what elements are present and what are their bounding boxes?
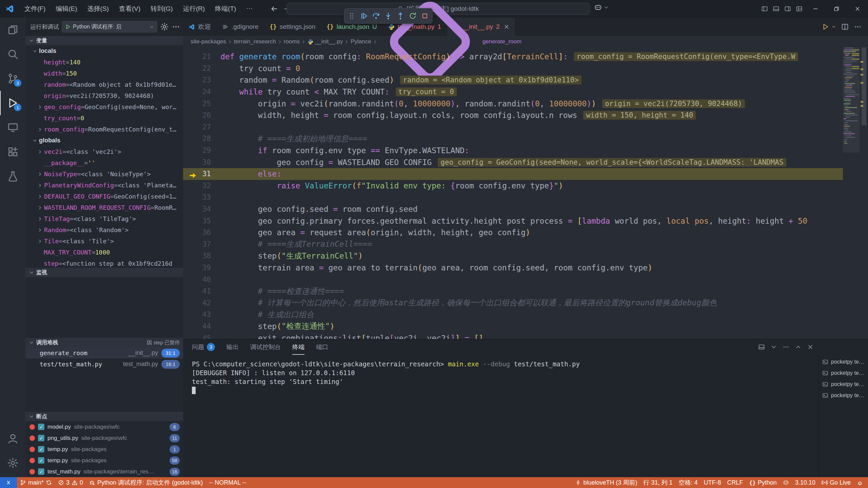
toggle-panel[interactable] [771, 3, 782, 14]
stack-frame[interactable]: generate_room__init__.py31:1 [25, 347, 183, 359]
panel-tab-端口[interactable]: 端口 [316, 339, 328, 355]
activity-search[interactable] [0, 42, 25, 66]
debug-config-dropdown[interactable]: Python 调试程序: 启 [62, 21, 157, 33]
problems[interactable]: 30 [55, 477, 86, 488]
variable-row[interactable]: DEFAULT_GEO_CONFIG = GeoConfig(seed=1… [25, 191, 183, 202]
menu-选择[interactable]: 选择(S) [83, 3, 113, 15]
variable-row[interactable]: height = 140 [25, 57, 183, 68]
line-number[interactable]: 31 [183, 170, 220, 178]
breakpoint-row[interactable]: ✓test_math.pysite-packages\terrain_res…1… [25, 466, 183, 477]
breadcrumb-item[interactable]: __init__.py [308, 38, 343, 45]
panel-more-button[interactable] [783, 344, 789, 350]
line-number[interactable]: 42 [183, 299, 220, 307]
activity-scm[interactable]: 3 [0, 66, 25, 91]
variable-group-locals[interactable]: locals [25, 45, 183, 57]
stop-button[interactable] [419, 10, 430, 22]
close-panel-button[interactable] [807, 344, 814, 350]
line-number[interactable]: 28 [183, 135, 220, 143]
breakpoint-row[interactable]: ✓model.pysite-packages\wfc6 [25, 421, 183, 432]
indentation[interactable]: 空格: 4 [676, 477, 701, 488]
variable-row[interactable]: __package__ = '' [25, 157, 183, 168]
line-number[interactable]: 38 [183, 252, 220, 260]
variable-row[interactable]: geo_config = GeoConfig(seed=None, wor… [25, 101, 183, 113]
code-editor[interactable]: 2021def generate_room(room_config: RoomR… [183, 47, 868, 339]
section-watch[interactable]: 监视 [25, 268, 183, 277]
activity-gear[interactable] [0, 451, 25, 475]
variable-row[interactable]: width = 150 [25, 68, 183, 79]
breakpoint-row[interactable]: ✓png_utils.pysite-packages\wfc11 [25, 432, 183, 444]
encoding[interactable]: UTF-8 [701, 477, 724, 488]
step-out-button[interactable] [395, 10, 406, 22]
breakpoint-checkbox[interactable]: ✓ [38, 424, 44, 430]
line-number[interactable]: 22 [183, 64, 220, 73]
breadcrumb-item[interactable]: Pylance [351, 38, 371, 45]
line-number[interactable]: 23 [183, 76, 220, 84]
toggle-sidebar[interactable] [759, 3, 770, 14]
copilot-status[interactable] [780, 477, 792, 488]
line-number[interactable]: 29 [183, 146, 220, 155]
editor-scrollbar[interactable] [860, 47, 868, 339]
line-number[interactable]: 26 [183, 111, 220, 119]
variable-row[interactable]: WASTELAND_ROOM_REQUEST_CONFIG = RoomR… [25, 202, 183, 213]
variable-row[interactable]: room_config = RoomRequestConfig(env_t… [25, 124, 183, 135]
maximize-panel-button[interactable] [795, 344, 802, 350]
split-editor-button[interactable] [841, 23, 849, 31]
copilot-menu[interactable] [594, 3, 609, 12]
customize-layout[interactable] [794, 3, 805, 14]
remote-indicator[interactable] [0, 477, 17, 488]
line-number[interactable]: 44 [183, 322, 220, 330]
variable-group-globals[interactable]: globals [25, 135, 183, 146]
variable-row[interactable]: PlanetaryWindConfig = <class 'Planeta… [25, 180, 183, 191]
terminal-instance[interactable]: pocketpy te… [819, 379, 868, 390]
restore-button[interactable] [826, 0, 847, 18]
variable-row[interactable]: Tile = <class 'Tile'> [25, 236, 183, 247]
vim-mode[interactable]: -- NORMAL -- [206, 477, 249, 488]
minimize-button[interactable] [805, 0, 826, 18]
python-version[interactable]: 3.10.10 [792, 477, 818, 488]
breakpoint-checkbox[interactable]: ✓ [38, 468, 44, 475]
tab-欢迎[interactable]: 欢迎 [183, 18, 217, 36]
breadcrumb-item[interactable]: site-packages [191, 38, 226, 45]
debug-settings-gear-icon[interactable] [160, 22, 169, 31]
activity-beaker[interactable] [0, 164, 25, 188]
activity-debug[interactable]: 1 [0, 91, 25, 115]
go-live[interactable]: Go Live [818, 477, 854, 488]
eol[interactable]: CRLF [724, 477, 746, 488]
breakpoint-checkbox[interactable]: ✓ [38, 446, 44, 452]
toolbar-grip[interactable] [346, 10, 357, 22]
menu-编辑[interactable]: 编辑(E) [52, 3, 81, 15]
panel-tab-终端[interactable]: 终端 [292, 339, 304, 355]
chevron-down[interactable] [770, 344, 777, 350]
menu-终端[interactable]: 终端(T) [211, 3, 240, 15]
line-number[interactable]: 30 [183, 158, 220, 166]
line-number[interactable]: 33 [183, 193, 220, 201]
panel-views-button[interactable] [758, 344, 765, 350]
breadcrumb-item[interactable]: terrain_research [234, 38, 276, 45]
breakpoint-checkbox[interactable]: ✓ [38, 435, 44, 441]
panel-tab-调试控制台[interactable]: 调试控制台 [250, 339, 281, 355]
git-branch[interactable]: main* [17, 477, 55, 488]
menu-查看[interactable]: 查看(V) [115, 3, 144, 15]
line-number[interactable]: 45 [183, 334, 220, 339]
line-number[interactable]: 41 [183, 287, 220, 295]
line-number[interactable]: 36 [183, 228, 220, 237]
cursor-position[interactable]: 行 31, 列 1 [640, 477, 676, 488]
run-python-file-button[interactable] [821, 23, 829, 31]
line-number[interactable]: 34 [183, 205, 220, 213]
terminal-instance[interactable]: pocketpy te… [819, 390, 868, 401]
line-number[interactable]: 40 [183, 276, 220, 284]
variable-row[interactable]: vec2i = <class 'vec2i'> [25, 146, 183, 157]
variable-row[interactable]: TileTag = <class 'TileTag'> [25, 213, 183, 224]
editor-more-button[interactable] [854, 23, 862, 31]
line-number[interactable]: 32 [183, 182, 220, 190]
breakpoint-row[interactable]: ✓temp.pysite-packages1 [25, 444, 183, 455]
tab-settings.json[interactable]: {}settings.json [264, 18, 321, 36]
variable-row[interactable]: Random = <class 'Random'> [25, 224, 183, 236]
close-window-button[interactable] [847, 0, 868, 18]
menu-运行[interactable]: 运行(R) [179, 3, 209, 15]
line-number[interactable]: 21 [183, 53, 220, 61]
restart-button[interactable] [407, 10, 418, 22]
sidebar-more-icon[interactable] [172, 22, 180, 31]
debug-session[interactable]: Python 调试程序: 启动文件 (godot-ldtk) [86, 477, 206, 488]
terminal-instance[interactable]: pocketpy te… [819, 356, 868, 367]
